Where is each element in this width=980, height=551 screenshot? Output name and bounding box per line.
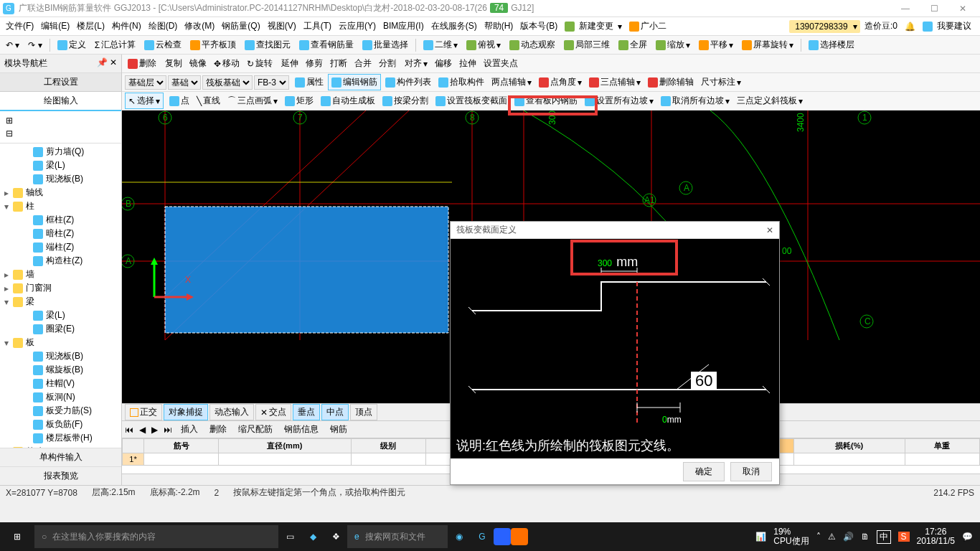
- tree-item[interactable]: 框柱(Z): [1, 213, 120, 227]
- merge-button[interactable]: 合并: [352, 56, 374, 71]
- property-button[interactable]: 属性: [292, 75, 326, 90]
- view-2d-button[interactable]: 二维 ▾: [420, 37, 461, 52]
- three-point-aux-button[interactable]: 三点辅轴 ▾: [586, 75, 644, 90]
- task-app-3[interactable]: ◉: [448, 525, 471, 548]
- task-app-4[interactable]: G: [471, 525, 494, 548]
- delete-button[interactable]: 删除: [125, 56, 159, 71]
- two-point-aux-button[interactable]: 两点辅轴 ▾: [489, 75, 534, 90]
- set-all-slope-button[interactable]: 设置所有边坡 ▾: [582, 93, 656, 108]
- nav-prev-button[interactable]: ◀: [139, 425, 146, 435]
- tree-item[interactable]: 剪力墙(Q): [1, 145, 120, 159]
- tree-item[interactable]: 圈梁(E): [1, 322, 120, 336]
- close-button[interactable]: ✕: [948, 4, 977, 14]
- scale-rebar-button[interactable]: 缩尺配筋: [235, 422, 275, 437]
- menu-draw[interactable]: 绘图(D): [146, 19, 181, 34]
- angle-button[interactable]: 点角度 ▾: [536, 75, 585, 90]
- category-select[interactable]: 基础: [168, 75, 201, 90]
- snap-intersect-button[interactable]: ✕ 交点: [255, 404, 291, 420]
- member-select[interactable]: FB-3: [254, 75, 289, 90]
- snap-mid-button[interactable]: 中点: [321, 404, 349, 420]
- rect-tool-button[interactable]: 矩形: [282, 93, 316, 108]
- nav-next-button[interactable]: ▶: [151, 425, 158, 435]
- minimize-button[interactable]: —: [891, 4, 920, 14]
- type-select[interactable]: 筏板基础: [202, 75, 253, 90]
- tree-item[interactable]: 板受力筋(S): [1, 404, 120, 418]
- set-raft-section-button[interactable]: 设置筏板变截面: [433, 93, 510, 108]
- user-button[interactable]: 广小二: [626, 19, 669, 34]
- grip-button[interactable]: 设置夹点: [481, 56, 521, 71]
- tray-alert-icon[interactable]: ⚠: [828, 532, 836, 542]
- move-button[interactable]: ✥ 移动: [211, 56, 242, 71]
- delete-aux-button[interactable]: 删除辅轴: [645, 75, 697, 90]
- tree-item[interactable]: ▸轴线: [1, 186, 120, 199]
- pick-member-button[interactable]: 拾取构件: [435, 75, 487, 90]
- split-button[interactable]: 分割: [376, 56, 399, 71]
- extend-button[interactable]: 延伸: [278, 56, 301, 71]
- start-button[interactable]: ⊞: [0, 522, 34, 551]
- tree-item[interactable]: 暗柱(Z): [1, 227, 120, 240]
- arc-tool-button[interactable]: ⌒ 三点画弧 ▾: [225, 93, 281, 108]
- cancel-button[interactable]: 取消: [730, 462, 772, 481]
- new-change-button[interactable]: 新建变更 ▾: [562, 17, 625, 35]
- tree-item[interactable]: ▾梁: [1, 295, 120, 309]
- perf-icon[interactable]: 📊: [755, 532, 766, 542]
- feedback-button[interactable]: 我要建议: [920, 17, 977, 35]
- copy-button[interactable]: 复制: [162, 56, 185, 71]
- member-list-button[interactable]: 构件列表: [382, 75, 434, 90]
- tab-single-input[interactable]: 单构件输入: [0, 448, 121, 466]
- tree-item[interactable]: ▸门窗洞: [1, 281, 120, 295]
- stretch-button[interactable]: 拉伸: [456, 56, 479, 71]
- orbit-button[interactable]: 动态观察: [507, 37, 558, 52]
- three-point-slope-button[interactable]: 三点定义斜筏板 ▾: [734, 93, 806, 108]
- tree-item[interactable]: 螺旋板(B): [1, 363, 120, 377]
- menu-floor[interactable]: 楼层(L): [74, 19, 108, 34]
- tree-item[interactable]: 构造柱(Z): [1, 254, 120, 268]
- snap-perp-button[interactable]: 垂点: [293, 404, 320, 420]
- menu-modify[interactable]: 修改(M): [182, 19, 217, 34]
- bell-icon[interactable]: 🔔: [902, 20, 918, 33]
- expand-tree-button[interactable]: ⊞: [3, 114, 118, 127]
- tree-item[interactable]: 现浇板(B): [1, 349, 120, 363]
- nav-first-button[interactable]: ⏮: [125, 425, 133, 435]
- rebar-button[interactable]: 钢筋: [327, 422, 350, 437]
- menu-cloud[interactable]: 云应用(Y): [336, 19, 379, 34]
- tree-item[interactable]: ▾板: [1, 336, 120, 349]
- cloud-check-button[interactable]: 云检查: [141, 37, 184, 52]
- phone-number[interactable]: 13907298339 ▾: [789, 20, 860, 33]
- auto-slab-button[interactable]: 自动生成板: [318, 93, 378, 108]
- osnap-button[interactable]: 对象捕捉: [164, 404, 208, 420]
- task-app-5[interactable]: [494, 528, 511, 545]
- pin-icon[interactable]: 📌 ✕: [97, 57, 117, 70]
- rebar-info-button[interactable]: 钢筋信息: [281, 422, 321, 437]
- align-button[interactable]: 对齐 ▾: [402, 56, 430, 71]
- view-slab-rebar-button[interactable]: 查看板内钢筋: [512, 93, 580, 108]
- insert-row-button[interactable]: 插入: [178, 422, 201, 437]
- line-tool-button[interactable]: ╲ 直线: [194, 93, 223, 108]
- tree-item[interactable]: 梁(L): [1, 309, 120, 322]
- tree-item[interactable]: 梁(L): [1, 159, 120, 172]
- collapse-tree-button[interactable]: ⊟: [3, 127, 118, 140]
- select-tool-button[interactable]: ↖ 选择 ▾: [125, 93, 164, 109]
- nav-last-button[interactable]: ⏭: [164, 425, 172, 435]
- tree-item[interactable]: 端柱(Z): [1, 240, 120, 254]
- split-by-beam-button[interactable]: 按梁分割: [380, 93, 431, 108]
- menu-rebar[interactable]: 钢筋量(Q): [219, 19, 263, 34]
- tray-doc-icon[interactable]: 🗎: [861, 532, 870, 542]
- task-app-6[interactable]: [511, 528, 528, 545]
- dyn-input-button[interactable]: 动态输入: [209, 404, 254, 420]
- component-tree[interactable]: 剪力墙(Q)梁(L)现浇板(B)▸轴线▾柱框柱(Z)暗柱(Z)端柱(Z)构造柱(…: [0, 143, 121, 448]
- trim-button[interactable]: 修剪: [303, 56, 326, 71]
- tree-item[interactable]: 现浇板(B): [1, 172, 120, 186]
- menu-bim[interactable]: BIM应用(I): [380, 19, 427, 34]
- dimension-button[interactable]: 尺寸标注 ▾: [698, 75, 744, 90]
- menu-edit[interactable]: 编辑(E): [38, 19, 72, 34]
- browser-search[interactable]: e搜索网页和文件: [347, 525, 448, 548]
- find-element-button[interactable]: 查找图元: [242, 37, 293, 52]
- layer-select[interactable]: 基础层: [125, 75, 166, 90]
- undo-button[interactable]: ↶ ▾: [3, 39, 22, 52]
- tree-item[interactable]: 板负筋(F): [1, 418, 120, 431]
- menu-version[interactable]: 版本号(B): [517, 19, 560, 34]
- pan-button[interactable]: 平移 ▾: [696, 37, 736, 52]
- tree-item[interactable]: ▸墙: [1, 268, 120, 281]
- batch-select-button[interactable]: 批量选择: [359, 37, 411, 52]
